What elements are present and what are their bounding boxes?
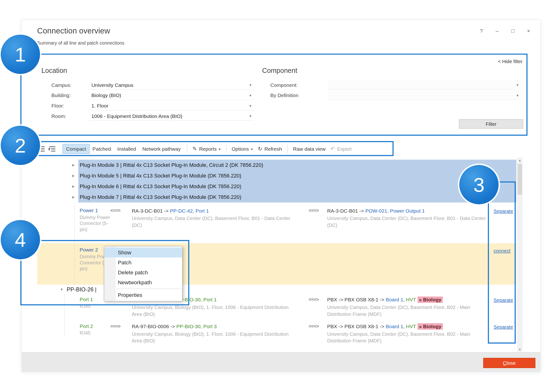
connection-location: University Campus, Data Center (DC), Bas… xyxy=(327,304,488,318)
connection-list: ▶ Plug-In Module 3 | Rittal 4x C13 Socke… xyxy=(37,158,517,352)
chevron-down-icon: ▾ xyxy=(249,101,251,110)
close-icon[interactable]: × xyxy=(525,28,532,34)
reports-menu-button[interactable]: ✎ Reports ▾ xyxy=(190,146,223,152)
expand-collapsed-icon[interactable]: ▶ xyxy=(72,163,74,167)
component-link[interactable]: PP-DC-42, Port 1 xyxy=(170,208,209,213)
connection-row-port-2[interactable]: Port 2 RJ45 ===> RA-97-BIO-0006 -> PP-BI… xyxy=(37,321,517,348)
scroll-down-icon[interactable]: ▼ xyxy=(517,346,522,352)
filter-button[interactable]: Filter xyxy=(459,119,523,129)
toolbar: Compact Patched Installed Network pathwa… xyxy=(37,142,354,156)
connection-location: University Campus, Biology (BIO), 1. Flo… xyxy=(132,331,293,344)
close-button[interactable]: Close xyxy=(483,358,535,368)
direction-arrow: ===> xyxy=(309,294,327,321)
toolbar-separator xyxy=(287,145,288,153)
building-select[interactable]: Biology (BIO) ▾ xyxy=(89,91,254,100)
direction-arrow: ===> xyxy=(309,205,327,241)
hvt-tag: HVT xyxy=(406,324,416,329)
location-heading: Location xyxy=(41,67,254,74)
help-icon[interactable]: ? xyxy=(478,28,485,34)
floor-select[interactable]: 1. Floor ▾ xyxy=(89,101,254,110)
context-menu-separator xyxy=(117,289,181,289)
by-definition-select[interactable]: ▾ xyxy=(328,91,521,100)
connection-location: University Campus, Biology (BIO), 1. Flo… xyxy=(132,304,293,318)
refresh-icon: ↻ xyxy=(258,146,262,152)
annotation-step-2: 2 xyxy=(1,126,40,165)
separate-link[interactable]: Separate xyxy=(494,298,513,303)
tree-guide xyxy=(64,293,65,336)
building-row: Building: Biology (BIO) ▾ xyxy=(41,90,254,100)
connect-link[interactable]: connect xyxy=(494,248,510,254)
direction-arrow: <=== xyxy=(110,205,132,241)
port-type: Dummy Power Connector (5-pin) xyxy=(80,214,110,232)
view-tabs: Compact Patched Installed Network pathwa… xyxy=(63,144,184,153)
connection-location: University Campus, Data Center (DC), Bas… xyxy=(327,331,488,344)
close-label-accelerator: C xyxy=(503,360,506,366)
module-row[interactable]: ▶ Plug-In Module 7 | Rittal 4x C13 Socke… xyxy=(37,192,517,202)
connection-location: University Campus, Data Center (DC), Bas… xyxy=(132,215,293,229)
expand-collapsed-icon[interactable]: ▶ xyxy=(72,185,74,188)
campus-value: University Campus xyxy=(91,82,133,88)
component-link[interactable]: Board 1 xyxy=(386,297,403,302)
module-row[interactable]: ▶ Plug-In Module 6 | Rittal 4x C13 Socke… xyxy=(37,181,517,192)
expand-collapsed-icon[interactable]: ▶ xyxy=(72,174,74,178)
selected-module-rows: ▶ Plug-In Module 3 | Rittal 4x C13 Socke… xyxy=(37,160,517,203)
expand-all-icon[interactable] xyxy=(48,146,57,152)
component-link[interactable]: PP-BIO-30, Port 3 xyxy=(176,324,217,329)
context-menu-item-patch[interactable]: Patch xyxy=(104,257,182,267)
context-menu-item-networkpath[interactable]: Newtworkpath xyxy=(104,277,182,287)
port-type: RJ45 xyxy=(80,303,110,309)
port-name[interactable]: Power 1 xyxy=(80,207,110,213)
biology-badge: » Biology xyxy=(417,323,443,330)
room-label: Room: xyxy=(41,113,89,119)
maximize-icon[interactable]: □ xyxy=(510,28,516,34)
separate-link[interactable]: Separate xyxy=(494,209,513,214)
minimize-icon[interactable]: – xyxy=(494,28,500,34)
vertical-scrollbar[interactable]: ▲ ▼ xyxy=(517,158,522,352)
component-link[interactable]: POW-021, Power Output 1 xyxy=(365,208,425,213)
component-select[interactable]: ▾ xyxy=(328,80,521,90)
module-label: Plug-In Module 3 | Rittal 4x C13 Socket … xyxy=(78,160,517,170)
scrollbar-thumb[interactable] xyxy=(518,164,522,195)
context-menu-item-show[interactable]: Show xyxy=(104,248,182,257)
filter-panel: < Hide filter Location Campus: Universit… xyxy=(22,54,540,136)
module-label: Plug-In Module 6 | Rittal 4x C13 Socket … xyxy=(78,181,517,192)
connection-path: , xyxy=(403,297,406,302)
export-button[interactable]: ↶ Export xyxy=(328,146,354,152)
tab-compact[interactable]: Compact xyxy=(63,144,89,153)
expand-collapsed-icon[interactable]: ▶ xyxy=(72,195,74,199)
module-label: Plug-In Module 5 | Rittal 4x C13 Socket … xyxy=(78,170,517,181)
component-link[interactable]: Board 1 xyxy=(386,324,403,329)
context-menu-item-delete-patch[interactable]: Delete patch xyxy=(104,267,182,277)
campus-select[interactable]: University Campus ▾ xyxy=(89,80,254,90)
expand-expanded-icon[interactable]: ▼ xyxy=(60,288,64,292)
refresh-button[interactable]: ↻ Refresh xyxy=(255,146,284,152)
connection-row-power-1[interactable]: Power 1 Dummy Power Connector (5-pin) <=… xyxy=(37,205,517,241)
biology-badge: » Biology xyxy=(417,296,443,303)
connection-location: University Campus, Data Center (DC), Bas… xyxy=(327,215,488,229)
context-menu-item-properties[interactable]: Properties xyxy=(104,290,182,300)
annotation-step-3: 3 xyxy=(459,165,499,204)
port-name[interactable]: Port 2 xyxy=(80,323,110,329)
chevron-down-icon: ▾ xyxy=(517,91,519,100)
scroll-up-icon[interactable]: ▲ xyxy=(517,158,522,163)
module-row[interactable]: ▶ Plug-In Module 3 | Rittal 4x C13 Socke… xyxy=(37,160,517,170)
chevron-down-icon: ▾ xyxy=(249,111,251,121)
connection-path: RA-3-DC-B01 -> xyxy=(132,208,170,213)
component-heading: Component xyxy=(262,67,521,74)
room-row: Room: 1006 - Equipment Distribution Area… xyxy=(41,111,254,121)
floor-row: Floor: 1. Floor ▾ xyxy=(41,100,254,111)
raw-data-view-button[interactable]: Raw data view xyxy=(290,146,328,152)
screenshot-canvas: Connection overview Summary of all line … xyxy=(0,0,560,392)
hide-filter-link[interactable]: < Hide filter xyxy=(498,59,522,64)
campus-label: Campus: xyxy=(41,82,89,88)
module-row[interactable]: ▶ Plug-In Module 5 | Rittal 4x C13 Socke… xyxy=(37,170,517,181)
tab-installed[interactable]: Installed xyxy=(114,144,139,153)
context-menu: Show Patch Delete patch Newtworkpath Pro… xyxy=(104,246,182,301)
options-menu-button[interactable]: Options ▾ xyxy=(229,146,255,152)
separate-link[interactable]: Separate xyxy=(494,324,513,330)
room-value: 1006 - Equipment Distribution Area (BIO) xyxy=(91,113,182,119)
tab-patched[interactable]: Patched xyxy=(89,144,114,153)
tab-network-pathway[interactable]: Network pathway xyxy=(139,144,184,153)
floor-value: 1. Floor xyxy=(91,103,108,109)
room-select[interactable]: 1006 - Equipment Distribution Area (BIO)… xyxy=(89,111,254,121)
